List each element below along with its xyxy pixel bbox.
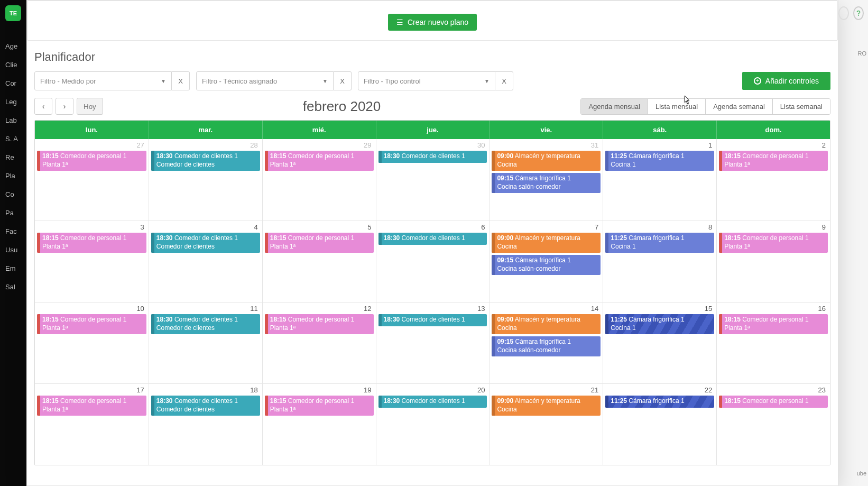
filter-technician[interactable]: Filtro - Técnico asignado ▼ (196, 71, 334, 90)
calendar-day[interactable]: 1409:00 Almacén y temperaturaCocina09:15… (489, 302, 603, 383)
calendar-day[interactable]: 318:15 Comedor de personal 1Planta 1ª (35, 221, 149, 302)
calendar-event[interactable]: 18:30 Comedor de clientes 1 (378, 233, 487, 245)
calendar-day[interactable]: 2018:30 Comedor de clientes 1 (376, 383, 490, 465)
clear-filter-control-type[interactable]: X (495, 71, 513, 90)
calendar-day[interactable]: 518:15 Comedor de personal 1Planta 1ª (262, 221, 376, 302)
calendar-event[interactable]: 18:30 Comedor de clientes 1Comedor de cl… (151, 314, 260, 334)
calendar-day[interactable]: 1218:15 Comedor de personal 1Planta 1ª (262, 302, 376, 383)
clear-filter-technician[interactable]: X (334, 71, 352, 90)
calendar-event[interactable]: 18:30 Comedor de clientes 1 (378, 151, 487, 163)
event-title: 18:15 Comedor de personal 1 (42, 397, 143, 406)
day-number: 3 (141, 223, 144, 231)
calendar-day[interactable]: 1511:25 Cámara frigorífica 1Cocina 1 (603, 302, 716, 383)
calendar-day[interactable]: 1318:30 Comedor de clientes 1 (376, 302, 490, 383)
today-button[interactable]: Hoy (77, 98, 103, 115)
calendar-header: lun.mar.mié.jue.vie.sáb.dom. (35, 121, 830, 139)
filter-control-type[interactable]: Filtro - Tipo control ▼ (358, 71, 495, 90)
calendar-day[interactable]: 2211:25 Cámara frigorífica 1 (603, 383, 716, 465)
view-weekly-list[interactable]: Lista semanal (772, 99, 830, 114)
calendar-event[interactable]: 09:00 Almacén y temperaturaCocina (492, 314, 601, 334)
event-time: 11:25 (611, 316, 627, 323)
calendar-day[interactable]: 3018:30 Comedor de clientes 1 (376, 139, 490, 221)
calendar-event[interactable]: 18:30 Comedor de clientes 1Comedor de cl… (151, 396, 260, 416)
day-number: 29 (364, 141, 371, 149)
day-number: 2 (822, 141, 826, 149)
calendar-day[interactable]: 1918:15 Comedor de personal 1Planta 1ª (262, 383, 376, 465)
event-subtitle: Cocina (497, 161, 597, 169)
help-icon[interactable]: ? (853, 6, 864, 20)
calendar-event[interactable]: 18:15 Comedor de personal 1Planta 1ª (37, 233, 146, 253)
event-title: 18:30 Comedor de clientes 1 (156, 234, 257, 243)
add-controls-button[interactable]: + Añadir controles (742, 72, 830, 90)
calendar-day[interactable]: 918:15 Comedor de personal 1Planta 1ª (716, 221, 830, 302)
calendar-event[interactable]: 09:00 Almacén y temperaturaCocina (492, 151, 601, 171)
calendar-day[interactable]: 1118:30 Comedor de clientes 1Comedor de … (149, 302, 262, 383)
calendar-day[interactable]: 2818:30 Comedor de clientes 1Comedor de … (149, 139, 262, 221)
calendar-day[interactable]: 811:25 Cámara frigorífica 1Cocina 1 (603, 221, 716, 302)
event-title: 18:30 Comedor de clientes 1 (384, 234, 484, 243)
calendar-day[interactable]: 218:15 Comedor de personal 1Planta 1ª (716, 139, 830, 221)
calendar-event[interactable]: 11:25 Cámara frigorífica 1 (605, 396, 714, 408)
event-time: 18:30 (384, 316, 400, 323)
calendar-event[interactable]: 18:15 Comedor de personal 1Planta 1ª (265, 151, 374, 171)
filter-measured-by[interactable]: Filtro - Medido por ▼ (34, 71, 172, 90)
calendar-event[interactable]: 18:15 Comedor de personal 1Planta 1ª (719, 314, 828, 334)
chevron-left-icon: ‹ (42, 102, 45, 111)
calendar-event[interactable]: 18:30 Comedor de clientes 1 (378, 314, 487, 326)
calendar-event[interactable]: 18:15 Comedor de personal 1Planta 1ª (265, 314, 374, 334)
clear-filter-measured-by[interactable]: X (172, 71, 190, 90)
calendar-day[interactable]: 2109:00 Almacén y temperaturaCocina (489, 383, 603, 465)
event-subtitle: Comedor de clientes (156, 243, 257, 251)
calendar-event[interactable]: 18:15 Comedor de personal 1Planta 1ª (719, 233, 828, 253)
prev-button[interactable]: ‹ (34, 98, 52, 115)
calendar-event[interactable]: 18:15 Comedor de personal 1Planta 1ª (719, 151, 828, 171)
calendar-day[interactable]: 709:00 Almacén y temperaturaCocina09:15 … (489, 221, 603, 302)
event-time: 18:15 (724, 234, 741, 242)
calendar-day[interactable]: 2918:15 Comedor de personal 1Planta 1ª (262, 139, 376, 221)
calendar-event[interactable]: 11:25 Cámara frigorífica 1Cocina 1 (605, 151, 714, 171)
create-plan-button[interactable]: ☰ Crear nuevo plano (388, 14, 477, 31)
view-weekly-agenda[interactable]: Agenda semanal (705, 99, 772, 114)
calendar-day[interactable]: 418:30 Comedor de clientes 1Comedor de c… (149, 221, 262, 302)
view-monthly-list[interactable]: Lista mensual (648, 99, 705, 114)
calendar-day[interactable]: 1718:15 Comedor de personal 1Planta 1ª (35, 383, 149, 465)
calendar-event[interactable]: 18:15 Comedor de personal 1Planta 1ª (265, 396, 374, 416)
calendar-event[interactable]: 09:00 Almacén y temperaturaCocina (492, 396, 601, 416)
event-title: 11:25 Cámara frigorífica 1 (611, 316, 711, 324)
calendar-day[interactable]: 618:30 Comedor de clientes 1 (376, 221, 490, 302)
calendar-day[interactable]: 1618:15 Comedor de personal 1Planta 1ª (716, 302, 830, 383)
calendar-day[interactable]: 2318:15 Comedor de personal 1 (716, 383, 830, 465)
calendar-event[interactable]: 11:25 Cámara frigorífica 1Cocina 1 (605, 314, 714, 334)
calendar-event[interactable]: 18:15 Comedor de personal 1Planta 1ª (37, 314, 146, 334)
calendar-event[interactable]: 18:15 Comedor de personal 1Planta 1ª (37, 151, 146, 171)
avatar-icon[interactable] (838, 6, 849, 20)
event-time: 11:25 (611, 234, 627, 242)
calendar-day[interactable]: 1018:15 Comedor de personal 1Planta 1ª (35, 302, 149, 383)
day-number: 4 (254, 223, 257, 231)
event-time: 18:30 (156, 152, 173, 160)
calendar-event[interactable]: 11:25 Cámara frigorífica 1Cocina 1 (605, 233, 714, 253)
calendar-event[interactable]: 09:00 Almacén y temperaturaCocina (492, 233, 601, 253)
view-monthly-agenda[interactable]: Agenda mensual (581, 99, 648, 114)
day-number: 12 (364, 305, 371, 313)
event-title: 18:15 Comedor de personal 1 (42, 152, 143, 161)
calendar-event[interactable]: 09:15 Cámara frigorífica 1Cocina salón-c… (492, 336, 601, 356)
event-time: 09:00 (497, 152, 513, 160)
event-subtitle: Cocina 1 (611, 243, 711, 251)
calendar-day[interactable]: 3109:00 Almacén y temperaturaCocina09:15… (489, 139, 603, 221)
calendar-event[interactable]: 18:30 Comedor de clientes 1Comedor de cl… (151, 233, 260, 253)
calendar-day[interactable]: 2718:15 Comedor de personal 1Planta 1ª (35, 139, 149, 221)
calendar-event[interactable]: 09:15 Cámara frigorífica 1Cocina salón-c… (492, 173, 601, 193)
calendar-event[interactable]: 09:15 Cámara frigorífica 1Cocina salón-c… (492, 255, 601, 275)
calendar-event[interactable]: 18:15 Comedor de personal 1Planta 1ª (37, 396, 146, 416)
calendar-event[interactable]: 18:30 Comedor de clientes 1 (378, 396, 487, 408)
calendar-event[interactable]: 18:15 Comedor de personal 1Planta 1ª (265, 233, 374, 253)
calendar-day[interactable]: 1818:30 Comedor de clientes 1Comedor de … (149, 383, 262, 465)
event-subtitle: Cocina (497, 406, 597, 414)
calendar-event[interactable]: 18:30 Comedor de clientes 1Comedor de cl… (151, 151, 260, 171)
event-title: 18:15 Comedor de personal 1 (724, 316, 825, 324)
day-number: 21 (591, 386, 598, 394)
calendar-event[interactable]: 18:15 Comedor de personal 1 (719, 396, 828, 408)
calendar-day[interactable]: 111:25 Cámara frigorífica 1Cocina 1 (603, 139, 716, 221)
next-button[interactable]: › (56, 98, 73, 115)
